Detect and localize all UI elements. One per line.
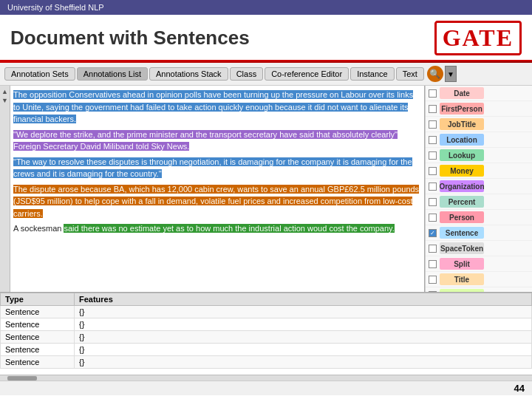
annotation-label-lookup: Lookup (440, 149, 484, 161)
annotation-checkbox-money[interactable] (429, 167, 437, 175)
annotation-label-person: Person (440, 211, 484, 223)
annotation-label-location: Location (440, 134, 484, 146)
annotation-checkbox-location[interactable] (429, 136, 437, 144)
left-scrollbar[interactable]: ▲ ▼ (0, 86, 10, 292)
page-number: 44 (0, 381, 532, 395)
bottom-scrollbar[interactable] (0, 375, 532, 381)
scroll-up-arrow[interactable]: ▲ (1, 88, 8, 95)
page-title: Document with Sentences (10, 27, 250, 50)
row-type: Sentence (1, 344, 75, 356)
row-features: {} (75, 344, 532, 356)
university-title: University of Sheffield NLP (7, 3, 104, 12)
annotation-label-percent: Percent (440, 196, 484, 208)
row-type: Sentence (1, 331, 75, 344)
row-type: Sentence (1, 306, 75, 318)
row-type: Sentence (1, 318, 75, 331)
row-features: {} (75, 331, 532, 344)
annotation-checkbox-jobtitle[interactable] (429, 120, 437, 129)
class-button[interactable]: Class (230, 67, 264, 81)
highlighted-text-2: "We deplore the strike, and the prime mi… (13, 130, 398, 151)
search-button[interactable]: 🔍 (427, 66, 443, 82)
bottom-panel: Type Features Sentence {} Sentence {} Se… (0, 292, 532, 381)
annotation-checkbox-person[interactable] (429, 214, 437, 222)
column-header-features: Features (75, 293, 532, 306)
table-row: Sentence {} (1, 331, 532, 344)
toolbar: Annotation Sets Annotations List Annotat… (0, 63, 532, 86)
title-section: Document with Sentences GATE (0, 15, 532, 61)
gate-logo: GATE (434, 21, 522, 55)
annotation-label-money: Money (440, 165, 484, 177)
toolbar-dropdown[interactable]: ▼ (445, 66, 457, 82)
annotation-label-jobtitle: JobTitle (440, 118, 484, 130)
row-type: Sentence (1, 356, 75, 369)
list-item[interactable]: Money (426, 163, 532, 179)
annotation-checkbox-percent[interactable] (429, 198, 437, 206)
bottom-table: Type Features Sentence {} Sentence {} Se… (0, 293, 532, 369)
coreference-editor-button[interactable]: Co-reference Editor (265, 67, 349, 81)
column-header-type: Type (1, 293, 75, 306)
annotation-label-split: Split (440, 258, 484, 270)
normal-text: A sockesman (13, 224, 64, 233)
list-item[interactable]: FirstPerson (426, 101, 532, 117)
list-item[interactable]: SpaceToken (426, 241, 532, 256)
annotations-stack-button[interactable]: Annotations Stack (149, 67, 228, 81)
highlighted-text-4: The dispute arose because BA, which has … (13, 185, 419, 218)
annotation-checkbox-split[interactable] (429, 260, 437, 268)
annotation-label-date: Date (440, 87, 484, 99)
annotation-checkbox-sentence[interactable]: ✓ (429, 229, 437, 237)
list-item[interactable]: Organization (426, 179, 532, 194)
list-item[interactable]: Lookup (426, 148, 532, 163)
highlighted-text-5: said there was no estimate yet as to how… (64, 224, 394, 233)
row-features: {} (75, 318, 532, 331)
list-item[interactable]: Title (426, 272, 532, 287)
annotation-label-spacetoken: SpaceToken (440, 242, 484, 254)
list-item[interactable]: JobTitle (426, 117, 532, 132)
text-button[interactable]: Text (396, 67, 424, 81)
annotation-checkbox-firstperson[interactable] (429, 105, 437, 113)
highlighted-text: The opposition Conservatives ahead in op… (13, 90, 413, 123)
main-area: Annotation Sets Annotations List Annotat… (0, 63, 532, 395)
annotation-label-sentence: Sentence (440, 227, 484, 239)
list-item[interactable]: Location (426, 132, 532, 148)
table-row: Sentence {} (1, 318, 532, 331)
instance-button[interactable]: Instance (350, 67, 395, 81)
annotation-checkbox-lookup[interactable] (429, 151, 437, 160)
list-item[interactable]: Split (426, 256, 532, 272)
table-row: Sentence {} (1, 356, 532, 369)
annotation-list: Date FirstPerson JobTitle Location (426, 86, 532, 292)
list-item[interactable]: Percent (426, 194, 532, 210)
table-row: Sentence {} (1, 306, 532, 318)
annotation-checkbox-organization[interactable] (429, 183, 437, 191)
annotation-checkbox-date[interactable] (429, 89, 437, 98)
highlighted-text-3: "The way to resolve these disputes is th… (13, 157, 412, 179)
annotation-label-firstperson: FirstPerson (440, 103, 484, 115)
right-panel: Date FirstPerson JobTitle Location (425, 86, 532, 292)
scroll-down-arrow[interactable]: ▼ (1, 97, 8, 104)
annotation-checkbox-spacetoken[interactable] (429, 245, 437, 253)
header-bar: University of Sheffield NLP (0, 0, 532, 15)
annotation-sets-button[interactable]: Annotation Sets (4, 67, 75, 81)
row-features: {} (75, 356, 532, 369)
list-item[interactable]: ✓ Sentence (426, 225, 532, 241)
document-text: The opposition Conservatives ahead in op… (13, 89, 421, 235)
annotation-label-title: Title (440, 273, 484, 285)
list-item[interactable]: Person (426, 210, 532, 225)
list-item[interactable]: Date (426, 86, 532, 101)
table-row: Sentence {} (1, 344, 532, 356)
row-features: {} (75, 306, 532, 318)
annotations-list-button[interactable]: Annotations List (77, 67, 148, 81)
scrollbar-thumb[interactable] (7, 376, 37, 381)
document-panel[interactable]: The opposition Conservatives ahead in op… (10, 86, 425, 292)
annotation-checkbox-title[interactable] (429, 276, 437, 284)
content-area: ▲ ▼ The opposition Conservatives ahead i… (0, 86, 532, 292)
annotation-label-organization: Organization (440, 180, 484, 192)
